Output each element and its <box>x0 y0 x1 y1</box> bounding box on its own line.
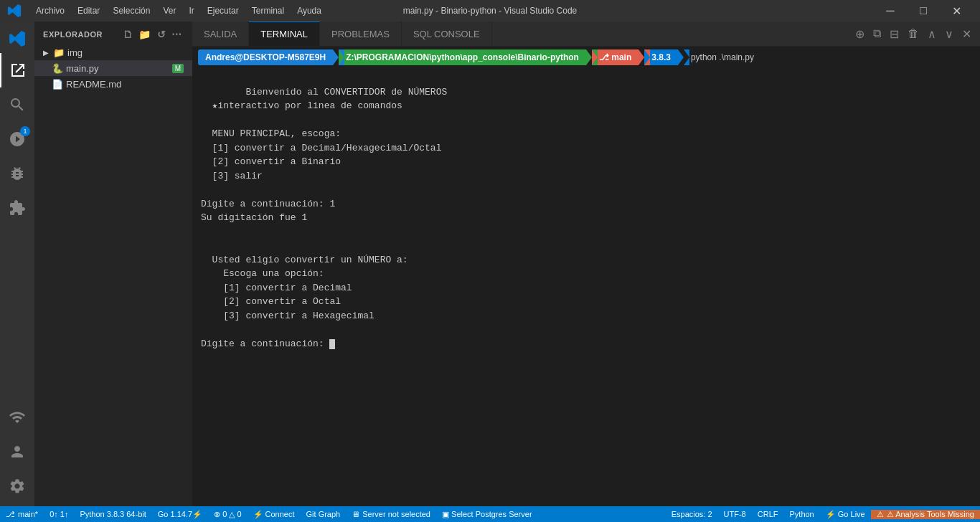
terminal-path-bar: Andres@DESKTOP-M587E9H Z:\PROGRAMACION\p… <box>192 47 980 68</box>
refresh-icon[interactable]: ↺ <box>156 27 168 42</box>
activity-logo <box>0 24 34 53</box>
terminal-cursor <box>329 339 335 349</box>
tree-item-name: README.md <box>66 79 184 90</box>
menu-ayuda[interactable]: Ayuda <box>291 3 327 19</box>
status-python-version[interactable]: Python 3.8.3 64-bit <box>74 506 151 522</box>
git-badge: 1 <box>20 126 30 136</box>
activity-explorer[interactable] <box>0 53 34 87</box>
new-folder-icon[interactable]: 📁 <box>137 27 153 42</box>
activity-extensions[interactable] <box>0 191 34 225</box>
chevron-up-icon[interactable]: ∧ <box>925 26 939 42</box>
git-graph-label: Git Graph <box>306 510 341 518</box>
folder-icon: 📁 <box>53 47 65 58</box>
tree-item-readme[interactable]: 📄 README.md <box>34 76 192 92</box>
tab-salida[interactable]: SALIDA <box>192 22 249 46</box>
trash-icon[interactable]: 🗑 <box>905 26 922 42</box>
sync-label: 0↑ 1↑ <box>50 510 68 518</box>
tree-item-name: img <box>67 47 184 58</box>
readme-file-icon: 📄 <box>52 79 63 90</box>
menu-editar[interactable]: Editar <box>72 3 105 19</box>
content-area: SALIDA TERMINAL PROBLEMAS SQL CONSOLE ⊕ … <box>192 22 980 506</box>
chevron-down-icon[interactable]: ∨ <box>942 26 956 42</box>
tab-problemas[interactable]: PROBLEMAS <box>320 22 402 46</box>
postgres-label: ▣ Select Postgres Server <box>442 510 532 519</box>
menu-archivo[interactable]: Archivo <box>30 3 70 19</box>
branch-arrow: ⎇ <box>599 52 609 62</box>
status-go-version[interactable]: Go 1.14.7⚡ <box>152 506 208 522</box>
activity-settings[interactable] <box>0 469 34 503</box>
activity-bottom <box>0 400 34 506</box>
language-label: Python <box>789 510 814 518</box>
terminal-container[interactable]: Andres@DESKTOP-M587E9H Z:\PROGRAMACION\p… <box>192 47 980 506</box>
main-layout: 1 EXPLORADOR 🗋 📁 ↺ ⋯ <box>0 22 980 506</box>
close-panel-icon[interactable]: ✕ <box>959 26 974 42</box>
activity-remote[interactable] <box>0 400 34 435</box>
close-button[interactable]: ✕ <box>940 0 973 22</box>
new-file-icon[interactable]: 🗋 <box>121 27 135 42</box>
encoding-label: UTF-8 <box>724 510 746 518</box>
status-language[interactable]: Python <box>783 510 819 518</box>
status-sync[interactable]: 0↑ 1↑ <box>44 506 74 522</box>
analysis-tools-label: ⚠ Analysis Tools Missing <box>887 510 974 519</box>
tree-arrow: ▶ <box>43 49 49 57</box>
menu-ejecutar[interactable]: Ejecutar <box>202 3 245 19</box>
connect-label: ⚡ Connect <box>253 510 295 519</box>
tree-item-name: main.py <box>66 63 169 74</box>
line-ending-label: CRLF <box>758 510 778 518</box>
status-spaces[interactable]: Espacios: 2 <box>666 510 718 518</box>
file-tree: ▶ 📁 img 🐍 main.py M 📄 README.md <box>34 44 192 506</box>
activity-git[interactable]: 1 <box>0 122 34 156</box>
status-git-branch[interactable]: ⎇ main* <box>0 506 44 522</box>
git-branch-label: main* <box>18 510 38 518</box>
tab-bar: SALIDA TERMINAL PROBLEMAS SQL CONSOLE ⊕ … <box>192 22 980 47</box>
menu-ir[interactable]: Ir <box>183 3 199 19</box>
python-version-label: Python 3.8.3 64-bit <box>80 510 146 518</box>
menu-ver[interactable]: Ver <box>157 3 182 19</box>
minimize-button[interactable]: ─ <box>874 0 907 22</box>
tab-terminal[interactable]: TERMINAL <box>249 22 320 46</box>
tree-item-main-py[interactable]: 🐍 main.py M <box>34 60 192 76</box>
go-live-label: ⚡ Go Live <box>826 510 865 519</box>
python-file-icon: 🐍 <box>52 63 63 74</box>
activity-search[interactable] <box>0 87 34 122</box>
git-branch-icon: ⎇ <box>6 510 15 519</box>
status-bar: ⎇ main* 0↑ 1↑ Python 3.8.3 64-bit Go 1.1… <box>0 506 980 522</box>
status-line-ending[interactable]: CRLF <box>752 510 784 518</box>
sidebar-header-actions[interactable]: 🗋 📁 ↺ ⋯ <box>121 27 184 42</box>
status-errors[interactable]: ⊗ 0 △ 0 <box>208 506 247 522</box>
status-server[interactable]: 🖥 Server not selected <box>346 506 436 522</box>
terminal-text: Bienvenido al CONVERTIDOR de NÚMEROS ★in… <box>201 87 447 349</box>
window-controls[interactable]: ─ □ ✕ <box>874 0 973 22</box>
sidebar-title: EXPLORADOR <box>43 30 103 39</box>
menu-bar[interactable]: Archivo Editar Selección Ver Ir Ejecutar… <box>30 3 327 19</box>
status-encoding[interactable]: UTF-8 <box>718 510 752 518</box>
activity-debug[interactable] <box>0 156 34 191</box>
spaces-label: Espacios: 2 <box>672 510 712 518</box>
panel-layout-icon[interactable]: ⊟ <box>887 26 902 42</box>
go-version-label: Go 1.14.7⚡ <box>158 510 202 519</box>
menu-seleccion[interactable]: Selección <box>107 3 156 19</box>
tab-sql-console[interactable]: SQL CONSOLE <box>402 22 492 46</box>
menu-terminal[interactable]: Terminal <box>246 3 290 19</box>
server-icon: 🖥 <box>352 510 359 518</box>
status-go-live[interactable]: ⚡ Go Live <box>820 510 871 519</box>
add-terminal-icon[interactable]: ⊕ <box>852 26 867 42</box>
tree-item-img[interactable]: ▶ 📁 img <box>34 44 192 60</box>
server-label: Server not selected <box>362 510 430 518</box>
modified-badge: M <box>172 64 184 73</box>
activity-account[interactable] <box>0 435 34 469</box>
terminal-path-segment: Z:\PROGRAMACION\python\app_console\Binar… <box>339 49 586 65</box>
status-postgres[interactable]: ▣ Select Postgres Server <box>436 506 538 522</box>
status-connect[interactable]: ⚡ Connect <box>248 506 301 522</box>
terminal-version-segment: 3.8.3 <box>644 49 678 65</box>
title-bar-left: Archivo Editar Selección Ver Ir Ejecutar… <box>7 3 327 19</box>
maximize-button[interactable]: □ <box>907 0 940 22</box>
terminal-output[interactable]: Bienvenido al CONVERTIDOR de NÚMEROS ★in… <box>192 68 980 506</box>
status-git-graph[interactable]: Git Graph <box>301 506 347 522</box>
more-icon[interactable]: ⋯ <box>170 27 184 42</box>
sidebar-header: EXPLORADOR 🗋 📁 ↺ ⋯ <box>34 22 192 44</box>
terminal-cmd-segment: python .\main.py <box>684 49 761 65</box>
status-analysis-tools[interactable]: ⚠ ⚠ Analysis Tools Missing <box>871 510 980 519</box>
split-terminal-icon[interactable]: ⧉ <box>870 26 884 42</box>
warning-icon: ⚠ <box>877 510 884 519</box>
